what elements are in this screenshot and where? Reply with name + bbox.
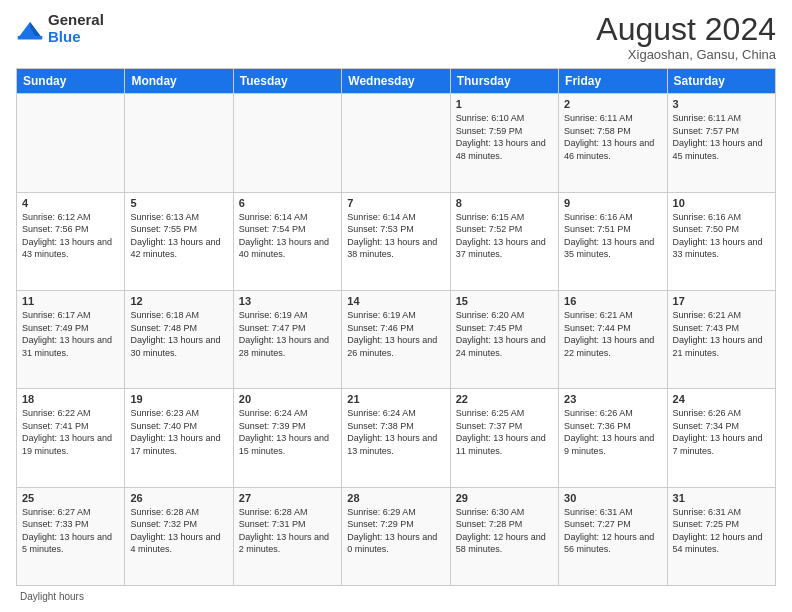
day-cell <box>17 94 125 192</box>
day-cell: 19Sunrise: 6:23 AM Sunset: 7:40 PM Dayli… <box>125 389 233 487</box>
footer: Daylight hours <box>16 591 776 602</box>
day-info: Sunrise: 6:19 AM Sunset: 7:46 PM Dayligh… <box>347 309 444 359</box>
week-row-5: 25Sunrise: 6:27 AM Sunset: 7:33 PM Dayli… <box>17 487 776 585</box>
day-number: 9 <box>564 197 661 209</box>
day-info: Sunrise: 6:28 AM Sunset: 7:32 PM Dayligh… <box>130 506 227 556</box>
day-info: Sunrise: 6:24 AM Sunset: 7:39 PM Dayligh… <box>239 407 336 457</box>
day-number: 10 <box>673 197 770 209</box>
day-number: 29 <box>456 492 553 504</box>
day-cell: 29Sunrise: 6:30 AM Sunset: 7:28 PM Dayli… <box>450 487 558 585</box>
day-info: Sunrise: 6:20 AM Sunset: 7:45 PM Dayligh… <box>456 309 553 359</box>
day-cell: 22Sunrise: 6:25 AM Sunset: 7:37 PM Dayli… <box>450 389 558 487</box>
col-friday: Friday <box>559 69 667 94</box>
calendar-table: Sunday Monday Tuesday Wednesday Thursday… <box>16 68 776 586</box>
day-cell: 20Sunrise: 6:24 AM Sunset: 7:39 PM Dayli… <box>233 389 341 487</box>
day-number: 24 <box>673 393 770 405</box>
day-cell: 11Sunrise: 6:17 AM Sunset: 7:49 PM Dayli… <box>17 290 125 388</box>
day-cell: 6Sunrise: 6:14 AM Sunset: 7:54 PM Daylig… <box>233 192 341 290</box>
svg-rect-2 <box>18 36 43 40</box>
day-number: 4 <box>22 197 119 209</box>
week-row-4: 18Sunrise: 6:22 AM Sunset: 7:41 PM Dayli… <box>17 389 776 487</box>
day-info: Sunrise: 6:31 AM Sunset: 7:27 PM Dayligh… <box>564 506 661 556</box>
day-info: Sunrise: 6:23 AM Sunset: 7:40 PM Dayligh… <box>130 407 227 457</box>
day-info: Sunrise: 6:16 AM Sunset: 7:51 PM Dayligh… <box>564 211 661 261</box>
day-number: 13 <box>239 295 336 307</box>
day-info: Sunrise: 6:24 AM Sunset: 7:38 PM Dayligh… <box>347 407 444 457</box>
day-cell: 3Sunrise: 6:11 AM Sunset: 7:57 PM Daylig… <box>667 94 775 192</box>
header-row: Sunday Monday Tuesday Wednesday Thursday… <box>17 69 776 94</box>
day-cell: 25Sunrise: 6:27 AM Sunset: 7:33 PM Dayli… <box>17 487 125 585</box>
day-cell: 31Sunrise: 6:31 AM Sunset: 7:25 PM Dayli… <box>667 487 775 585</box>
day-number: 1 <box>456 98 553 110</box>
day-number: 25 <box>22 492 119 504</box>
day-info: Sunrise: 6:14 AM Sunset: 7:53 PM Dayligh… <box>347 211 444 261</box>
day-info: Sunrise: 6:13 AM Sunset: 7:55 PM Dayligh… <box>130 211 227 261</box>
day-info: Sunrise: 6:21 AM Sunset: 7:43 PM Dayligh… <box>673 309 770 359</box>
day-cell <box>233 94 341 192</box>
week-row-3: 11Sunrise: 6:17 AM Sunset: 7:49 PM Dayli… <box>17 290 776 388</box>
day-number: 15 <box>456 295 553 307</box>
day-number: 28 <box>347 492 444 504</box>
main-title: August 2024 <box>596 12 776 47</box>
day-info: Sunrise: 6:12 AM Sunset: 7:56 PM Dayligh… <box>22 211 119 261</box>
day-info: Sunrise: 6:15 AM Sunset: 7:52 PM Dayligh… <box>456 211 553 261</box>
day-info: Sunrise: 6:10 AM Sunset: 7:59 PM Dayligh… <box>456 112 553 162</box>
logo: General Blue <box>16 12 104 45</box>
day-number: 19 <box>130 393 227 405</box>
day-number: 11 <box>22 295 119 307</box>
day-info: Sunrise: 6:31 AM Sunset: 7:25 PM Dayligh… <box>673 506 770 556</box>
week-row-2: 4Sunrise: 6:12 AM Sunset: 7:56 PM Daylig… <box>17 192 776 290</box>
day-number: 12 <box>130 295 227 307</box>
day-cell: 10Sunrise: 6:16 AM Sunset: 7:50 PM Dayli… <box>667 192 775 290</box>
calendar-body: 1Sunrise: 6:10 AM Sunset: 7:59 PM Daylig… <box>17 94 776 586</box>
day-cell: 17Sunrise: 6:21 AM Sunset: 7:43 PM Dayli… <box>667 290 775 388</box>
day-cell: 9Sunrise: 6:16 AM Sunset: 7:51 PM Daylig… <box>559 192 667 290</box>
day-number: 27 <box>239 492 336 504</box>
day-info: Sunrise: 6:11 AM Sunset: 7:58 PM Dayligh… <box>564 112 661 162</box>
day-cell: 26Sunrise: 6:28 AM Sunset: 7:32 PM Dayli… <box>125 487 233 585</box>
day-cell: 7Sunrise: 6:14 AM Sunset: 7:53 PM Daylig… <box>342 192 450 290</box>
day-info: Sunrise: 6:25 AM Sunset: 7:37 PM Dayligh… <box>456 407 553 457</box>
day-info: Sunrise: 6:27 AM Sunset: 7:33 PM Dayligh… <box>22 506 119 556</box>
day-info: Sunrise: 6:17 AM Sunset: 7:49 PM Dayligh… <box>22 309 119 359</box>
day-number: 22 <box>456 393 553 405</box>
day-number: 31 <box>673 492 770 504</box>
day-cell: 18Sunrise: 6:22 AM Sunset: 7:41 PM Dayli… <box>17 389 125 487</box>
day-number: 7 <box>347 197 444 209</box>
day-cell: 2Sunrise: 6:11 AM Sunset: 7:58 PM Daylig… <box>559 94 667 192</box>
logo-general: General <box>48 11 104 28</box>
calendar-header: Sunday Monday Tuesday Wednesday Thursday… <box>17 69 776 94</box>
day-number: 26 <box>130 492 227 504</box>
day-cell <box>125 94 233 192</box>
logo-icon <box>16 15 44 43</box>
day-number: 5 <box>130 197 227 209</box>
day-number: 6 <box>239 197 336 209</box>
day-number: 21 <box>347 393 444 405</box>
day-cell: 28Sunrise: 6:29 AM Sunset: 7:29 PM Dayli… <box>342 487 450 585</box>
logo-text: General Blue <box>48 12 104 45</box>
day-cell: 14Sunrise: 6:19 AM Sunset: 7:46 PM Dayli… <box>342 290 450 388</box>
day-info: Sunrise: 6:14 AM Sunset: 7:54 PM Dayligh… <box>239 211 336 261</box>
day-info: Sunrise: 6:26 AM Sunset: 7:36 PM Dayligh… <box>564 407 661 457</box>
day-cell: 5Sunrise: 6:13 AM Sunset: 7:55 PM Daylig… <box>125 192 233 290</box>
day-cell: 1Sunrise: 6:10 AM Sunset: 7:59 PM Daylig… <box>450 94 558 192</box>
day-info: Sunrise: 6:22 AM Sunset: 7:41 PM Dayligh… <box>22 407 119 457</box>
day-cell: 4Sunrise: 6:12 AM Sunset: 7:56 PM Daylig… <box>17 192 125 290</box>
day-info: Sunrise: 6:26 AM Sunset: 7:34 PM Dayligh… <box>673 407 770 457</box>
week-row-1: 1Sunrise: 6:10 AM Sunset: 7:59 PM Daylig… <box>17 94 776 192</box>
day-number: 16 <box>564 295 661 307</box>
day-number: 23 <box>564 393 661 405</box>
day-number: 17 <box>673 295 770 307</box>
day-number: 20 <box>239 393 336 405</box>
day-info: Sunrise: 6:30 AM Sunset: 7:28 PM Dayligh… <box>456 506 553 556</box>
day-number: 18 <box>22 393 119 405</box>
col-tuesday: Tuesday <box>233 69 341 94</box>
col-thursday: Thursday <box>450 69 558 94</box>
day-info: Sunrise: 6:29 AM Sunset: 7:29 PM Dayligh… <box>347 506 444 556</box>
day-cell: 23Sunrise: 6:26 AM Sunset: 7:36 PM Dayli… <box>559 389 667 487</box>
day-number: 2 <box>564 98 661 110</box>
day-cell: 21Sunrise: 6:24 AM Sunset: 7:38 PM Dayli… <box>342 389 450 487</box>
day-cell: 12Sunrise: 6:18 AM Sunset: 7:48 PM Dayli… <box>125 290 233 388</box>
header: General Blue August 2024 Xigaoshan, Gans… <box>16 12 776 62</box>
day-number: 14 <box>347 295 444 307</box>
